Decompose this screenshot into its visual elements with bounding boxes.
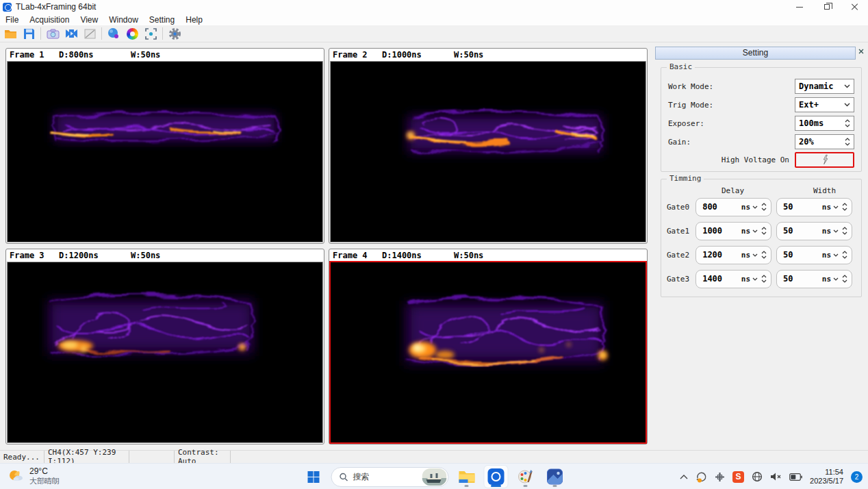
spin-up-icon[interactable] (761, 251, 767, 254)
spin-down-icon[interactable] (842, 279, 847, 283)
frame-3-image[interactable] (7, 262, 323, 443)
gate3-delay-field[interactable]: 1400 ns (695, 270, 771, 288)
spin-down-icon[interactable] (842, 231, 847, 235)
paint-app-button[interactable] (514, 466, 537, 488)
menu-view[interactable]: View (75, 14, 103, 25)
high-voltage-button[interactable] (795, 152, 854, 168)
volume-muted-icon[interactable] (770, 472, 782, 481)
video-capture-icon (65, 28, 78, 39)
menu-setting[interactable]: Setting (144, 14, 180, 25)
save-icon (23, 28, 35, 40)
file-explorer-button[interactable] (455, 466, 478, 488)
gate3-delay-unit: ns (741, 275, 750, 284)
spin-up-icon[interactable] (842, 251, 847, 254)
open-folder-icon (4, 29, 17, 39)
search-box[interactable]: 搜索 (331, 467, 449, 487)
gain-spinner[interactable]: 20% (795, 134, 854, 149)
gate1-delay-field[interactable]: 1000 ns (695, 222, 771, 240)
close-button[interactable] (841, 0, 868, 14)
spin-down-icon[interactable] (761, 208, 767, 211)
app-window: TLab-4xFraming 64bit File Acquisition Vi… (0, 0, 868, 463)
network-globe-icon[interactable] (752, 471, 763, 482)
gate3-width-field[interactable]: 50 ns (776, 270, 852, 288)
menu-help[interactable]: Help (180, 14, 208, 25)
frame-1-image[interactable] (7, 61, 323, 242)
spin-up-icon[interactable] (761, 275, 767, 278)
settings-gear-button[interactable] (166, 27, 183, 41)
gate2-row: Gate2 1200 ns 50 ns (667, 245, 857, 264)
focus-center-button[interactable] (142, 27, 159, 41)
chevron-down-icon[interactable] (752, 205, 758, 209)
spin-up-icon[interactable] (761, 203, 767, 206)
spin-down-icon[interactable] (761, 231, 767, 235)
spin-down-icon[interactable] (845, 142, 850, 146)
spin-up-icon[interactable] (842, 227, 847, 230)
minimize-button[interactable] (786, 0, 813, 14)
gate2-width-unit: ns (822, 251, 831, 260)
gate0-width-field[interactable]: 50 ns (776, 198, 852, 216)
chevron-down-icon[interactable] (752, 229, 758, 233)
exposer-spinner[interactable]: 100ms (795, 116, 854, 131)
windows-start-icon (307, 471, 319, 483)
search-highlight-image[interactable] (422, 468, 447, 486)
chevron-down-icon[interactable] (833, 277, 839, 281)
menu-acquisition[interactable]: Acquisition (24, 14, 75, 25)
focus-center-icon (145, 28, 157, 40)
spin-down-icon[interactable] (761, 279, 767, 283)
settings-close-button[interactable] (856, 47, 867, 56)
menu-window[interactable]: Window (103, 14, 144, 25)
frame-4-delay: D:1400ns (382, 251, 454, 260)
hidden-icons-chevron-icon[interactable] (680, 474, 688, 479)
chevron-down-icon[interactable] (752, 277, 758, 281)
spin-down-icon[interactable] (842, 208, 847, 211)
image-disabled-button[interactable] (81, 27, 98, 41)
running-indicator (553, 485, 557, 487)
settings-panel-title[interactable]: Setting (655, 47, 856, 60)
frame-2-width: W:50ns (454, 50, 483, 60)
high-voltage-label: High Voltage On (722, 155, 789, 164)
gate0-delay-field[interactable]: 800 ns (695, 198, 771, 216)
spin-down-icon[interactable] (761, 255, 767, 259)
video-capture-button[interactable] (63, 27, 79, 41)
save-button[interactable] (21, 27, 37, 41)
chevron-down-icon[interactable] (833, 253, 839, 257)
gate1-width-field[interactable]: 50 ns (776, 222, 852, 240)
sogou-input-icon[interactable]: S (732, 471, 744, 483)
notification-badge[interactable]: 2 (851, 471, 863, 483)
spin-up-icon[interactable] (842, 203, 847, 206)
frame-2-image[interactable] (330, 61, 646, 242)
taskbar-clock[interactable]: 11:54 2023/5/17 (810, 468, 843, 486)
spin-up-icon[interactable] (845, 138, 850, 141)
frame-3-panel: Frame 3 D:1200ns W:50ns (5, 249, 324, 444)
camera-button[interactable] (44, 27, 61, 41)
restore-button[interactable] (813, 0, 841, 14)
sphere-view-button[interactable] (105, 27, 122, 41)
gate2-delay-unit: ns (741, 251, 750, 260)
spin-down-icon[interactable] (842, 255, 847, 259)
work-mode-select[interactable]: Dynamic (795, 79, 854, 94)
tlab-app-button[interactable] (485, 466, 508, 488)
paint-icon (518, 468, 534, 485)
battery-icon[interactable] (789, 473, 802, 481)
start-button[interactable] (302, 466, 325, 488)
photos-app-button[interactable] (544, 466, 567, 488)
input-method-icon[interactable] (715, 472, 725, 482)
frame-2-panel: Frame 2 D:1000ns W:50ns (329, 48, 648, 244)
frame-4-image[interactable] (330, 262, 646, 443)
gate2-delay-field[interactable]: 1200 ns (695, 246, 771, 264)
spin-up-icon[interactable] (845, 119, 850, 123)
trig-mode-select[interactable]: Ext+ (795, 97, 854, 112)
work-mode-value: Dynamic (799, 82, 844, 91)
color-wheel-button[interactable] (124, 27, 140, 41)
spin-down-icon[interactable] (845, 124, 850, 127)
spin-up-icon[interactable] (842, 275, 847, 278)
gate2-width-field[interactable]: 50 ns (776, 246, 852, 264)
spin-up-icon[interactable] (761, 227, 767, 230)
chevron-down-icon[interactable] (833, 205, 839, 209)
open-folder-button[interactable] (2, 27, 18, 41)
menu-file[interactable]: File (0, 14, 24, 25)
chevron-down-icon[interactable] (752, 253, 758, 257)
update-sync-icon[interactable] (695, 471, 707, 483)
weather-widget[interactable]: 29°C 大部晴朗 (7, 466, 60, 486)
chevron-down-icon[interactable] (833, 229, 839, 233)
